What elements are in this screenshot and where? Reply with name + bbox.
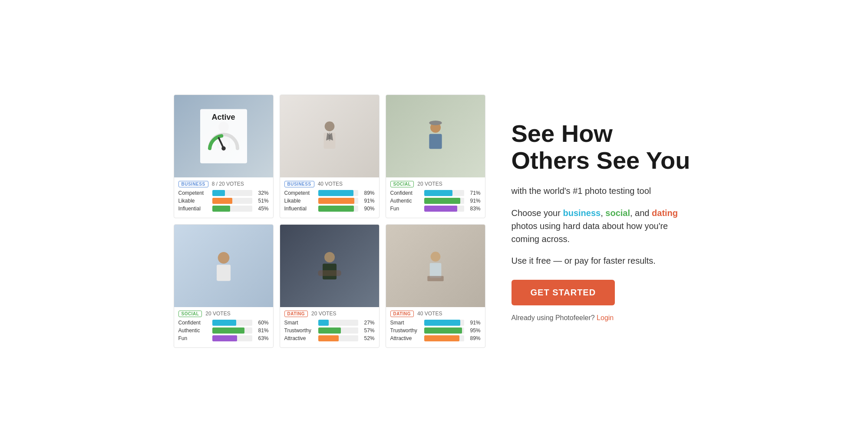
stat-row-5-3: Attractive 52% xyxy=(284,335,375,341)
hero-subtitle: with the world's #1 photo testing tool xyxy=(512,186,695,196)
stat-row-1-2: Likable 51% xyxy=(178,198,269,204)
photo-card-5[interactable]: DATING 20 VOTES Smart 27% Trustworthy xyxy=(280,224,380,348)
card-stats-1: BUSINESS 8 / 20 VOTES Competent 32% Lika… xyxy=(174,177,273,218)
stat-row-1-1: Competent 32% xyxy=(178,190,269,196)
dating-word: dating xyxy=(652,208,678,218)
stat-label-6-2: Trustworthy xyxy=(390,327,422,334)
svg-rect-15 xyxy=(217,265,231,281)
svg-rect-10 xyxy=(329,133,330,141)
stat-label-5-3: Attractive xyxy=(284,335,316,341)
stat-row-2-3: Influential 90% xyxy=(284,206,375,212)
stat-row-5-2: Trustworthy 57% xyxy=(284,327,375,334)
stat-row-6-1: Smart 91% xyxy=(390,320,481,326)
stat-pct-6-2: 95% xyxy=(467,327,481,334)
votes-text-4: 20 VOTES xyxy=(205,311,230,317)
svg-point-12 xyxy=(429,121,442,125)
votes-text-5: 20 VOTES xyxy=(311,311,336,317)
svg-rect-21 xyxy=(427,276,443,281)
stat-bar-container-6-1 xyxy=(424,320,464,326)
stat-bar-container-3-3 xyxy=(424,206,464,212)
stat-label-3-2: Authentic xyxy=(390,198,422,204)
stat-row-2-2: Likable 91% xyxy=(284,198,375,204)
votes-text-2: 40 VOTES xyxy=(318,181,343,187)
stat-label-3-3: Fun xyxy=(390,206,422,212)
card-header-5: DATING 20 VOTES xyxy=(284,311,375,317)
stat-bar-1-1 xyxy=(212,190,225,196)
stat-bar-4-2 xyxy=(212,327,245,334)
svg-rect-13 xyxy=(429,134,442,149)
login-prompt: Already using Photofeeler? Login xyxy=(512,314,695,322)
stat-pct-5-1: 27% xyxy=(361,320,375,326)
stat-bar-container-1-1 xyxy=(212,190,252,196)
stat-pct-3-3: 83% xyxy=(467,206,481,212)
active-label: Active xyxy=(206,112,241,121)
stat-bar-container-3-2 xyxy=(424,198,464,204)
stat-bar-6-1 xyxy=(424,320,461,326)
stat-pct-2-1: 89% xyxy=(361,190,375,196)
stat-pct-1-3: 45% xyxy=(255,206,269,212)
card-photo-1: Active xyxy=(174,95,273,177)
photo-card-3[interactable]: SOCIAL 20 VOTES Confident 71% Authentic xyxy=(386,95,485,218)
category-badge-2: BUSINESS xyxy=(284,181,314,187)
stat-pct-4-3: 63% xyxy=(255,335,269,341)
desc-comma1: , xyxy=(601,208,605,218)
stat-bar-container-3-1 xyxy=(424,190,464,196)
card-photo-2 xyxy=(280,95,379,177)
stat-bar-4-3 xyxy=(212,335,238,341)
photo-card-1[interactable]: Active BUSINESS 8 / 20 VOTES Competent xyxy=(174,95,274,218)
stat-pct-6-3: 89% xyxy=(467,335,481,341)
card-stats-3: SOCIAL 20 VOTES Confident 71% Authentic xyxy=(386,177,485,218)
stat-row-6-2: Trustworthy 95% xyxy=(390,327,481,334)
photo-card-2[interactable]: BUSINESS 40 VOTES Competent 89% Likable xyxy=(280,95,380,218)
stat-bar-1-2 xyxy=(212,198,233,204)
stat-row-4-3: Fun 63% xyxy=(178,335,269,341)
stat-pct-1-2: 51% xyxy=(255,198,269,204)
card-photo-6 xyxy=(386,225,485,307)
social-word: social xyxy=(605,208,630,218)
stat-bar-5-3 xyxy=(318,335,339,341)
stat-label-4-3: Fun xyxy=(178,335,210,341)
stat-bar-2-2 xyxy=(318,198,355,204)
svg-rect-18 xyxy=(318,270,341,276)
stat-bar-container-4-3 xyxy=(212,335,252,341)
stat-row-3-2: Authentic 91% xyxy=(390,198,481,204)
stat-bar-container-4-1 xyxy=(212,320,252,326)
stat-bar-container-1-2 xyxy=(212,198,252,204)
stat-bar-container-2-2 xyxy=(318,198,358,204)
category-badge-6: DATING xyxy=(390,311,414,317)
stat-label-2-1: Competent xyxy=(284,190,316,196)
stat-label-1-2: Likable xyxy=(178,198,210,204)
svg-point-19 xyxy=(430,252,440,262)
card-stats-2: BUSINESS 40 VOTES Competent 89% Likable xyxy=(280,177,379,218)
login-prefix: Already using Photofeeler? xyxy=(512,314,597,321)
active-overlay: Active xyxy=(200,109,247,163)
login-link[interactable]: Login xyxy=(597,314,614,321)
stat-bar-4-1 xyxy=(212,320,236,326)
stat-pct-3-2: 91% xyxy=(467,198,481,204)
stat-bar-container-2-1 xyxy=(318,190,358,196)
svg-point-14 xyxy=(218,252,229,264)
stat-label-2-3: Influential xyxy=(284,206,316,212)
stat-pct-2-3: 90% xyxy=(361,206,375,212)
stat-bar-container-4-2 xyxy=(212,327,252,334)
business-word: business xyxy=(563,208,601,218)
photo-card-4[interactable]: SOCIAL 20 VOTES Confident 60% Authentic xyxy=(174,224,274,348)
stat-bar-container-1-3 xyxy=(212,206,252,212)
stat-pct-4-2: 81% xyxy=(255,327,269,334)
stat-pct-1-1: 32% xyxy=(255,190,269,196)
stat-label-5-1: Smart xyxy=(284,320,316,326)
stat-bar-1-3 xyxy=(212,206,230,212)
card-photo-4 xyxy=(174,225,273,307)
votes-text-1: 8 / 20 VOTES xyxy=(212,181,244,187)
category-badge-5: DATING xyxy=(284,311,308,317)
stat-pct-4-1: 60% xyxy=(255,320,269,326)
stat-bar-6-2 xyxy=(424,327,462,334)
stat-row-1-3: Influential 45% xyxy=(178,206,269,212)
photo-card-6[interactable]: DATING 40 VOTES Smart 91% Trustworthy xyxy=(386,224,485,348)
get-started-button[interactable]: GET STARTED xyxy=(512,280,615,305)
card-header-2: BUSINESS 40 VOTES xyxy=(284,181,375,187)
card-header-1: BUSINESS 8 / 20 VOTES xyxy=(178,181,269,187)
stat-bar-container-2-3 xyxy=(318,206,358,212)
desc-after: photos using hard data about how you're … xyxy=(512,221,668,244)
stat-pct-3-1: 71% xyxy=(467,190,481,196)
